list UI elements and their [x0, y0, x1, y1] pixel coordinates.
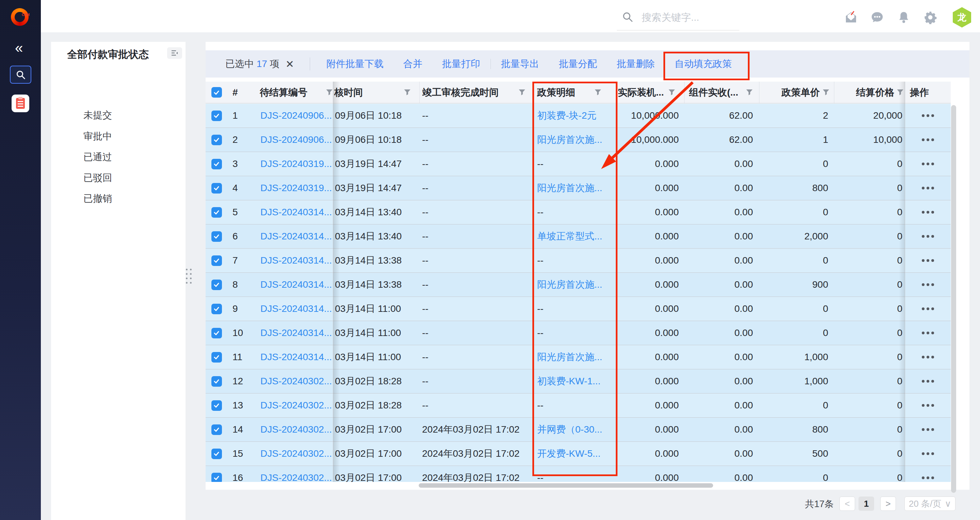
- received-cell: 0.00: [684, 249, 759, 273]
- settlement-code-link[interactable]: DJS-20240302...: [260, 400, 332, 411]
- panel-collapse-button[interactable]: [167, 47, 182, 59]
- sidebar-orders-button[interactable]: [11, 95, 29, 112]
- mail-button[interactable]: [843, 10, 859, 25]
- policy-detail-cell[interactable]: 阳光房首次施...: [532, 128, 617, 152]
- row-actions-button[interactable]: [922, 331, 934, 334]
- row-checkbox[interactable]: [212, 352, 222, 363]
- notifications-button[interactable]: [896, 10, 912, 25]
- page-size-select[interactable]: 20 条/页 ∨: [904, 496, 956, 511]
- row-checkbox[interactable]: [212, 425, 222, 435]
- row-actions-button[interactable]: [922, 404, 934, 407]
- row-actions-button[interactable]: [922, 308, 934, 310]
- row-checkbox[interactable]: [212, 207, 222, 218]
- settlement-code-link[interactable]: DJS-20240314...: [260, 352, 332, 363]
- row-checkbox[interactable]: [212, 231, 222, 242]
- settlement-code-link[interactable]: DJS-20240314...: [260, 255, 332, 266]
- policy-detail-cell[interactable]: 初装费-块-2元: [532, 104, 617, 128]
- action-batch-print[interactable]: 批量打印: [442, 57, 480, 70]
- panel-resize-handle[interactable]: [186, 269, 192, 284]
- filter-icon[interactable]: [326, 89, 333, 96]
- settlement-code-link[interactable]: DJS-20240314...: [260, 231, 332, 242]
- vertical-scrollbar[interactable]: [951, 105, 956, 493]
- sidebar-collapse-icon[interactable]: «: [15, 41, 23, 55]
- row-checkbox[interactable]: [212, 159, 222, 170]
- pagination-prev-button[interactable]: <: [839, 496, 855, 511]
- row-checkbox[interactable]: [212, 135, 222, 145]
- row-actions-button[interactable]: [922, 283, 934, 286]
- filter-icon[interactable]: [746, 89, 753, 96]
- row-checkbox[interactable]: [212, 183, 222, 193]
- avatar[interactable]: 龙: [953, 7, 971, 27]
- row-actions-button[interactable]: [922, 211, 934, 214]
- filter-icon[interactable]: [668, 89, 675, 96]
- row-checkbox[interactable]: [212, 400, 222, 411]
- clear-selection-button[interactable]: ✕: [286, 58, 294, 70]
- row-checkbox[interactable]: [212, 473, 222, 482]
- policy-detail-cell[interactable]: 阳光房首次施...: [532, 345, 617, 369]
- settlement-code-link[interactable]: DJS-20240906...: [260, 110, 332, 121]
- pagination-next-button[interactable]: >: [880, 496, 896, 511]
- sidebar-search-button[interactable]: [10, 66, 31, 84]
- row-checkbox[interactable]: [212, 328, 222, 338]
- settlement-code-link[interactable]: DJS-20240314...: [260, 279, 332, 290]
- row-actions-button[interactable]: [922, 428, 934, 431]
- crm-logo-icon[interactable]: [11, 8, 29, 26]
- filter-icon[interactable]: [404, 89, 411, 96]
- policy-detail-cell[interactable]: 开发费-KW-5...: [532, 442, 617, 466]
- action-batch-assign[interactable]: 批量分配: [559, 57, 597, 70]
- settlement-code-link[interactable]: DJS-20240314...: [260, 328, 332, 338]
- row-actions-button[interactable]: [922, 356, 934, 358]
- settlement-code-link[interactable]: DJS-20240314...: [260, 207, 332, 218]
- row-checkbox[interactable]: [212, 111, 222, 121]
- settlement-code-link[interactable]: DJS-20240302...: [260, 376, 332, 387]
- row-checkbox[interactable]: [212, 279, 222, 290]
- filter-icon[interactable]: [897, 89, 904, 96]
- row-actions-button[interactable]: [922, 380, 934, 383]
- filter-icon[interactable]: [822, 89, 830, 96]
- row-actions-button[interactable]: [922, 476, 934, 479]
- settlement-code-link[interactable]: DJS-20240314...: [260, 303, 332, 314]
- action-merge[interactable]: 合并: [403, 57, 422, 70]
- row-actions-button[interactable]: [922, 138, 934, 141]
- action-autofill-policy[interactable]: 自动填充政策: [675, 57, 732, 70]
- sidebar-item-approved[interactable]: 已通过: [83, 151, 112, 163]
- settlement-code-link[interactable]: DJS-20240319...: [260, 182, 332, 193]
- policy-detail-cell[interactable]: 单坡正常型式...: [532, 225, 617, 248]
- settings-button[interactable]: [923, 10, 938, 25]
- row-checkbox[interactable]: [212, 376, 222, 387]
- row-actions-button[interactable]: [922, 235, 934, 238]
- search-icon[interactable]: [622, 11, 633, 23]
- filter-icon[interactable]: [519, 89, 526, 96]
- policy-detail-cell[interactable]: 阳光房首次施...: [532, 273, 617, 296]
- row-actions-button[interactable]: [922, 452, 934, 455]
- pagination-page-1[interactable]: 1: [859, 496, 874, 511]
- row-checkbox[interactable]: [212, 255, 222, 266]
- row-actions-button[interactable]: [922, 114, 934, 117]
- horizontal-scrollbar[interactable]: [419, 483, 713, 488]
- policy-detail-cell[interactable]: 并网费（0-30...: [532, 418, 617, 441]
- row-actions-button[interactable]: [922, 259, 934, 262]
- filter-icon[interactable]: [594, 89, 601, 96]
- sidebar-item-rejected[interactable]: 已驳回: [83, 171, 112, 184]
- messages-button[interactable]: [869, 10, 885, 25]
- settlement-code-link[interactable]: DJS-20240302...: [260, 424, 332, 435]
- settlement-code-link[interactable]: DJS-20240906...: [260, 134, 332, 145]
- policy-detail-cell[interactable]: 阳光房首次施...: [532, 176, 617, 200]
- action-batch-download[interactable]: 附件批量下载: [326, 57, 383, 70]
- settlement-code-link[interactable]: DJS-20240302...: [260, 448, 332, 459]
- row-actions-button[interactable]: [922, 163, 934, 165]
- settlement-code-link[interactable]: DJS-20240302...: [260, 472, 332, 482]
- action-batch-export[interactable]: 批量导出: [501, 57, 539, 70]
- sidebar-item-unsubmitted[interactable]: 未提交: [83, 109, 112, 122]
- row-actions-button[interactable]: [922, 187, 934, 189]
- sidebar-item-revoked[interactable]: 已撤销: [83, 192, 112, 205]
- settlement-code-link[interactable]: DJS-20240319...: [260, 159, 332, 170]
- action-batch-delete[interactable]: 批量删除: [617, 57, 655, 70]
- policy-detail-cell[interactable]: 初装费-KW-1...: [532, 369, 617, 393]
- row-checkbox[interactable]: [212, 304, 222, 314]
- row-checkbox[interactable]: [212, 449, 222, 459]
- sidebar-item-in-approval[interactable]: 审批中: [83, 130, 112, 143]
- col-received: 组件实收(...: [684, 82, 759, 103]
- global-search-input[interactable]: 搜索关键字...: [642, 11, 699, 24]
- select-all-checkbox[interactable]: [212, 87, 222, 98]
